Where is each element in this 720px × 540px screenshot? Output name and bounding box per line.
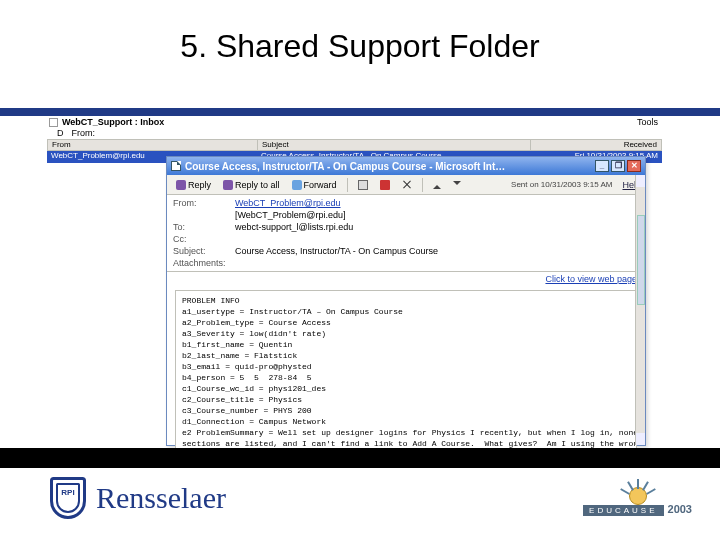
cc-value: [235, 233, 639, 245]
arrow-down-icon: [453, 181, 461, 189]
forward-icon: [292, 180, 302, 190]
slide-title: 5. Shared Support Folder: [0, 28, 720, 65]
body-line: b4_person = 5 5 278-84 5: [182, 372, 630, 383]
rensselaer-logo: RPI Rensselaer: [50, 477, 226, 519]
body-line: b3_email = quid-pro@physted: [182, 361, 630, 372]
flag-icon: [380, 180, 390, 190]
body-line: e2 ProblemSummary = Well set up designer…: [182, 427, 630, 438]
menu-item[interactable]: From:: [72, 128, 96, 138]
body-line: b1_first_name = Quentin: [182, 339, 630, 350]
attachments-label: Attachments:: [173, 257, 235, 269]
reply-all-icon: [223, 180, 233, 190]
delete-button[interactable]: [397, 178, 417, 192]
sent-timestamp: Sent on 10/31/2003 9:15 AM: [511, 180, 612, 189]
message-list-header: From Subject Received: [47, 139, 662, 151]
maximize-button[interactable]: ❐: [611, 160, 625, 172]
col-header-subject[interactable]: Subject: [258, 140, 531, 150]
attachments-value: [235, 257, 639, 269]
app-icon: [49, 118, 58, 127]
to-value: webct-support_l@lists.rpi.edu: [235, 221, 639, 233]
body-line: a3_Severity = low(didn't rate): [182, 328, 630, 339]
forward-label: Forward: [304, 180, 337, 190]
message-window: Course Access, Instructor/TA - On Campus…: [166, 156, 646, 446]
educause-band: EDUCAUSE: [583, 505, 663, 516]
divider-top: [0, 108, 720, 116]
body-line: PROBLEM INFO: [182, 295, 630, 306]
from-label: From:: [173, 197, 235, 209]
flag-button[interactable]: [375, 178, 395, 192]
rensselaer-wordmark: Rensselaer: [96, 481, 226, 515]
sun-icon: [608, 481, 668, 505]
close-button[interactable]: ✕: [627, 160, 641, 172]
message-titlebar[interactable]: Course Access, Instructor/TA - On Campus…: [167, 157, 645, 175]
to-label: To:: [173, 221, 235, 233]
next-button[interactable]: [448, 179, 466, 191]
from-address[interactable]: WebCT_Problem@rpi.edu: [235, 198, 341, 208]
subject-value: Course Access, Instructor/TA - On Campus…: [235, 245, 639, 257]
message-title: Course Access, Instructor/TA - On Campus…: [185, 161, 505, 172]
slide-footer: RPI Rensselaer EDUCAUSE 2003: [0, 468, 720, 528]
minimize-button[interactable]: _: [595, 160, 609, 172]
menu-item[interactable]: D: [57, 128, 64, 138]
scroll-thumb[interactable]: [637, 215, 645, 305]
toolbar-separator: [422, 178, 423, 192]
scroll-down-button[interactable]: [636, 433, 645, 445]
educause-logo: EDUCAUSE 2003: [583, 481, 692, 516]
reply-all-button[interactable]: Reply to all: [218, 178, 285, 192]
forward-button[interactable]: Forward: [287, 178, 342, 192]
scroll-up-button[interactable]: [636, 175, 645, 187]
reply-icon: [176, 180, 186, 190]
message-toolbar: Reply Reply to all Forward Sent on 10/31…: [167, 175, 645, 195]
subject-label: Subject:: [173, 245, 235, 257]
page-icon: [171, 161, 181, 171]
shield-icon: RPI: [50, 477, 86, 519]
body-line: d1_Connection = Campus Network: [182, 416, 630, 427]
cc-label: Cc:: [173, 233, 235, 245]
reply-button[interactable]: Reply: [171, 178, 216, 192]
delete-icon: [402, 180, 412, 190]
divider-bottom: [0, 448, 720, 468]
view-web-page-link[interactable]: Click to view web page: [167, 272, 645, 286]
outlook-titlebar: WebCT_Support : Inbox Tools: [47, 116, 662, 128]
window-scrollbar[interactable]: [635, 175, 645, 445]
body-line: a2_Problem_type = Course Access: [182, 317, 630, 328]
col-header-from[interactable]: From: [48, 140, 258, 150]
outlook-tools-label[interactable]: Tools: [637, 117, 658, 127]
outlook-title: WebCT_Support : Inbox: [62, 117, 164, 127]
arrow-up-icon: [433, 181, 441, 189]
print-icon: [358, 180, 368, 190]
message-header: From: WebCT_Problem@rpi.edu [WebCT_Probl…: [167, 195, 645, 272]
body-line: c1_Course_wc_id = phys1201_des: [182, 383, 630, 394]
message-body[interactable]: PROBLEM INFOa1_usertype = Instructor/TA …: [175, 290, 637, 458]
body-line: c2_Course_title = Physics: [182, 394, 630, 405]
body-line: b2_last_name = Flatstick: [182, 350, 630, 361]
from-address-raw: [WebCT_Problem@rpi.edu]: [235, 209, 639, 221]
educause-year: 2003: [668, 503, 692, 515]
reply-all-label: Reply to all: [235, 180, 280, 190]
col-header-received[interactable]: Received: [531, 140, 661, 150]
print-button[interactable]: [353, 178, 373, 192]
body-line: a1_usertype = Instructor/TA – On Campus …: [182, 306, 630, 317]
reply-label: Reply: [188, 180, 211, 190]
toolbar-separator: [347, 178, 348, 192]
outlook-menubar: D From:: [47, 128, 662, 139]
prev-button[interactable]: [428, 179, 446, 191]
body-line: c3_Course_number = PHYS 200: [182, 405, 630, 416]
